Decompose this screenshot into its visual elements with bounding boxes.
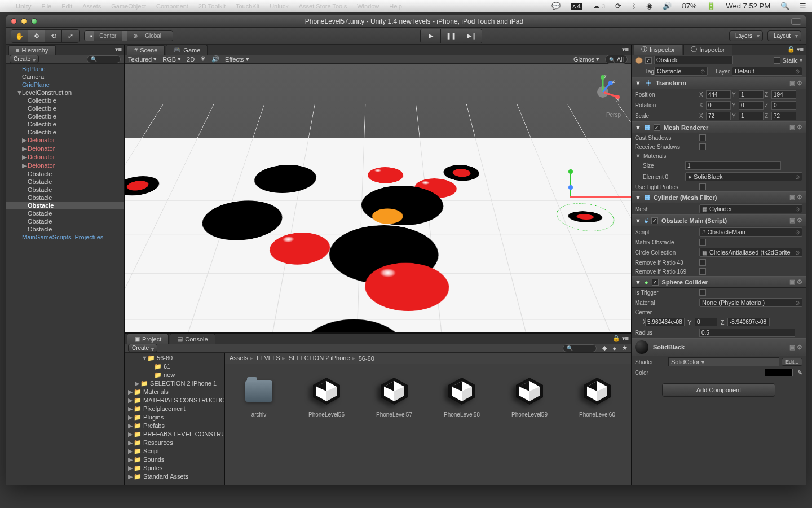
scene-gizmo[interactable]: y z x <box>586 75 620 109</box>
rot-z[interactable] <box>771 101 796 110</box>
play-button[interactable]: ▶ <box>421 29 441 43</box>
shaded-dropdown[interactable]: Textured ▾ <box>128 55 157 63</box>
step-button[interactable]: ▶❙ <box>461 29 482 43</box>
spherecollider-header[interactable]: ▼ ● Sphere Collider▣ ⚙ <box>632 276 806 288</box>
hierarchy-search[interactable]: 🔍 <box>87 55 121 63</box>
scl-x[interactable] <box>706 112 731 120</box>
project-search[interactable]: 🔍 <box>563 344 597 352</box>
pause-button[interactable]: ❚❚ <box>441 29 461 43</box>
hierarchy-item[interactable]: Obstacle <box>6 225 124 233</box>
menu-item[interactable]: Unluck <box>270 3 289 10</box>
breadcrumb-item[interactable]: Assets <box>230 354 253 362</box>
project-tree-item[interactable]: ▶📁 Plugins <box>125 413 224 422</box>
hierarchy-item[interactable]: ▶Detonator <box>6 153 124 161</box>
effects-dropdown[interactable]: Effects ▾ <box>225 55 249 63</box>
edit-shader[interactable]: Edit... <box>782 358 802 366</box>
color-swatch[interactable] <box>765 369 793 376</box>
move-tool[interactable]: ✥ <box>28 30 45 42</box>
filter-icon[interactable]: ● <box>612 345 616 352</box>
2d-toggle[interactable]: 2D <box>187 56 195 63</box>
hierarchy-tab[interactable]: ≡Hierarchy <box>8 45 56 55</box>
scene-tab[interactable]: #Scene <box>127 45 165 55</box>
project-tree-item[interactable]: 📁 new <box>125 371 224 379</box>
hierarchy-item[interactable]: Obstacle <box>6 202 124 209</box>
menu-item[interactable]: Component <box>156 3 188 10</box>
console-tab[interactable]: ▤Console <box>170 334 215 344</box>
audio-toggle[interactable]: 🔊 <box>211 55 219 63</box>
hierarchy-item[interactable]: Collectible <box>6 97 124 104</box>
matrix-obstacle[interactable] <box>699 239 706 246</box>
asset-item[interactable]: PhoneLevel56 <box>304 375 349 418</box>
project-tab[interactable]: ▣Project <box>127 334 169 344</box>
hierarchy-item[interactable]: Obstacle <box>6 217 124 225</box>
radius[interactable] <box>699 329 795 337</box>
active-checkbox[interactable] <box>645 57 652 64</box>
project-tree-item[interactable]: ▶📁 Prefabs <box>125 422 224 430</box>
game-tab[interactable]: 🎮Game <box>166 45 208 55</box>
zoom-button[interactable] <box>31 18 37 24</box>
menu-item[interactable]: File <box>42 3 52 10</box>
project-tree-item[interactable]: ▶📁 Materials <box>125 388 224 396</box>
hierarchy-item[interactable]: Obstacle <box>6 178 124 186</box>
project-tree-item[interactable]: ▶📁 Resources <box>125 439 224 447</box>
hierarchy-item[interactable]: Obstacle <box>6 186 124 194</box>
inspector-tab-2[interactable]: ⓘInspector <box>683 45 732 55</box>
app-name[interactable]: Unity <box>16 3 32 10</box>
gizmos-dropdown[interactable]: Gizmos ▾ <box>573 55 599 63</box>
light-probes[interactable] <box>699 183 706 190</box>
hierarchy-create[interactable]: Create <box>10 55 39 63</box>
adobe-icon[interactable]: A 4 <box>571 3 582 10</box>
project-tree-item[interactable]: ▶📁 Sprites <box>125 464 224 472</box>
project-create[interactable]: Create <box>128 344 157 352</box>
center-z[interactable] <box>727 318 770 326</box>
remove-43[interactable] <box>699 259 706 266</box>
menu-item[interactable]: 2D Toolkit <box>198 3 226 10</box>
hierarchy-item[interactable]: Camera <box>6 73 124 81</box>
layer-dropdown[interactable]: Default <box>732 67 802 76</box>
pivot-toggle[interactable]: ▪ Center ⊕ Global <box>84 30 173 41</box>
hierarchy-item[interactable]: Collectible <box>6 128 124 136</box>
project-tree-item[interactable]: ▶📁 SELECTION 2 iPhone 1 <box>125 379 224 388</box>
menu-item[interactable]: Help <box>389 3 402 10</box>
wifi-icon[interactable]: ◉ <box>646 2 652 10</box>
cloud-icon[interactable]: ☁ 3 <box>593 2 606 10</box>
hierarchy-item[interactable]: BgPlane <box>6 65 124 73</box>
inspector-tab[interactable]: ⓘInspector <box>634 45 682 55</box>
script-field[interactable]: # ObstacleMain <box>699 227 802 237</box>
element-0[interactable]: ● SolidBlack <box>685 172 802 181</box>
obstaclemain-header[interactable]: ▼ # Obstacle Main (Script)▣ ⚙ <box>632 214 806 226</box>
remove-169[interactable] <box>699 268 706 275</box>
rotate-tool[interactable]: ⟲ <box>45 30 62 42</box>
menu-item[interactable]: Window <box>357 3 379 10</box>
mesh-field[interactable]: ▦ Cylinder <box>699 204 802 213</box>
battery-text[interactable]: 87% <box>682 2 696 10</box>
close-button[interactable] <box>11 18 17 24</box>
panel-menu-icon[interactable]: ▾≡ <box>622 46 629 53</box>
asset-item[interactable]: PhoneLevel60 <box>575 375 620 418</box>
hierarchy-item[interactable]: MainGameScripts_Projectiles <box>6 233 124 241</box>
hierarchy-item[interactable]: Obstacle <box>6 170 124 178</box>
project-tree-item[interactable]: ▶📁 Script <box>125 447 224 456</box>
clock[interactable]: Wed 7:52 PM <box>726 2 770 10</box>
hierarchy-item[interactable]: Collectible <box>6 104 124 112</box>
scale-tool[interactable]: ⤢ <box>62 30 79 42</box>
hierarchy-item[interactable]: ▼LevelConstruction <box>6 89 124 97</box>
project-tree-item[interactable]: ▶📁 Pixelplacement <box>125 405 224 413</box>
hierarchy-item[interactable]: ▶Detonator <box>6 144 124 153</box>
scene-viewport[interactable]: y z x Persp <box>125 64 631 332</box>
volume-icon[interactable]: 🔊 <box>663 2 672 10</box>
asset-item[interactable]: PhoneLevel57 <box>372 375 417 418</box>
notification-icon[interactable]: 💬 <box>551 2 561 10</box>
hierarchy-item[interactable]: ▶Detonator <box>6 136 124 144</box>
project-tree-item[interactable]: ▶📁 Sounds <box>125 456 224 464</box>
light-toggle[interactable]: ☀ <box>200 55 206 63</box>
material-header[interactable]: SolidBlack▣ ⚙ <box>632 338 806 356</box>
asset-item[interactable]: archiv <box>236 375 281 418</box>
hierarchy-item[interactable]: ▶Detonator <box>6 161 124 170</box>
layers-dropdown[interactable]: Layers <box>729 30 763 41</box>
static-checkbox[interactable] <box>774 57 780 64</box>
panel-lock-icon[interactable]: 🔒 ▾≡ <box>612 335 629 342</box>
hand-tool[interactable]: ✋ <box>11 30 28 42</box>
menu-item[interactable]: Assets <box>82 3 101 10</box>
maximize-button[interactable] <box>791 18 801 25</box>
